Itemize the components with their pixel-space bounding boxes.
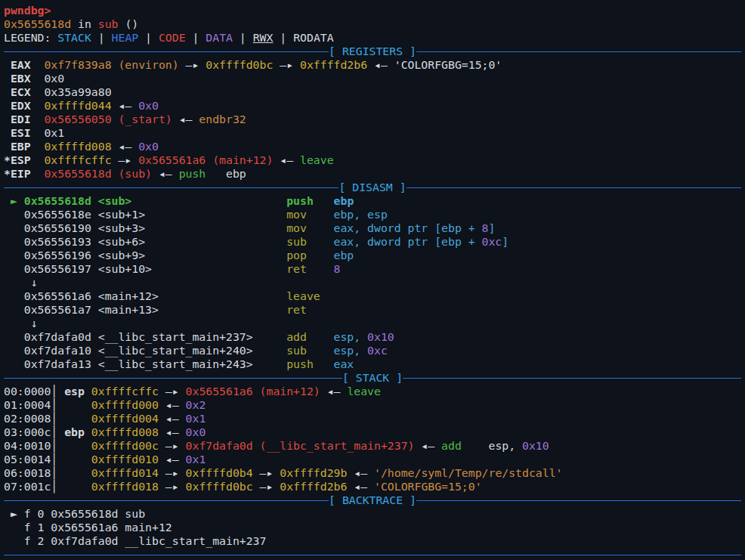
token: endbr32 [199, 113, 246, 125]
token: │ [51, 398, 57, 411]
token [85, 425, 91, 438]
token: 0x56556196 <sub+9> [24, 249, 145, 261]
token: push [286, 357, 314, 370]
register-edi: EDI 0x56556050 (_start) ◂— endbr32 [4, 113, 741, 126]
token: ↓ [31, 317, 38, 330]
token: ◂— [159, 453, 186, 466]
registers-section-header: [ REGISTERS ] [4, 45, 741, 58]
register-esp: *ESP 0xffffcffc —▸ 0x565561a6 (main+12) … [4, 153, 741, 167]
register-ecx: ECX 0x35a99a80 [4, 85, 741, 99]
token: ◂— [273, 153, 300, 166]
token: 0x0 [186, 425, 206, 438]
backtrace-section-header-title: [ BACKTRACE ] [329, 493, 416, 507]
token: 0xffffd0bc [186, 480, 253, 493]
disasm-row: 0xf7dafa0d <__libc_start_main+237> add e… [4, 330, 741, 344]
disasm-row: 0x56556197 <sub+10> ret 8 [4, 262, 741, 276]
token: EDI [4, 113, 44, 125]
token: RWX [253, 31, 274, 44]
legend-line: LEGEND: STACK | HEAP | CODE | DATA | RWX… [4, 31, 741, 45]
token: ◂— [414, 439, 441, 452]
token: 0xffffd2b6 [300, 58, 367, 71]
token: () [118, 17, 138, 30]
token: *EIP [4, 167, 44, 180]
token: EAX [4, 58, 44, 71]
token: 0x5655618d [4, 17, 71, 30]
token: 0xffffd044 [44, 99, 111, 112]
token [159, 303, 286, 316]
token: 0x565561a6 (main+12) [138, 153, 273, 166]
token: leave [300, 153, 334, 166]
pwndbg-terminal[interactable]: pwndbg> 0x5655618d in sub ()LEGEND: STAC… [0, 0, 745, 560]
token [4, 208, 24, 221]
token: DATA [206, 31, 233, 44]
token: ebp [64, 425, 85, 438]
token: mov [286, 221, 307, 234]
token: 0x1 [186, 453, 206, 466]
token: add [286, 330, 307, 343]
token: 0xffffd2b6 [280, 480, 347, 493]
stack-row: 01:0004│ 0xffffd000 ◂— 0x2 [4, 398, 741, 412]
token: 0x1 [44, 126, 64, 139]
disasm-row: 0x56556193 <sub+6> sub eax, dword ptr [e… [4, 235, 741, 249]
token [206, 167, 226, 180]
token: pwndbg> [4, 4, 57, 17]
token: —▸ [179, 58, 206, 71]
token: 0xffffd00c [91, 439, 159, 452]
token: │ [51, 466, 57, 479]
backtrace-frame: ► f 0 0x5655618d sub [4, 507, 741, 521]
token: 0x35a99a80 [44, 85, 111, 98]
token [307, 344, 334, 357]
token [253, 357, 287, 370]
token [4, 262, 24, 275]
token: 0x56556050 (_start) [44, 113, 172, 125]
token: ◂— [152, 167, 179, 180]
token: esp, [334, 344, 368, 357]
token: 0x5655618d (sub) [44, 167, 152, 180]
token: 00:0000 [4, 385, 51, 398]
register-esi: ESI 0x1 [4, 126, 741, 140]
disasm-row: 0x565561a6 <main+12> leave [4, 289, 741, 303]
token: | [273, 31, 293, 44]
token [307, 221, 334, 234]
register-ebx: EBX 0x0 [4, 72, 741, 85]
token: | [186, 31, 206, 44]
token: 0xffffd008 [44, 140, 111, 153]
token: 0xc [367, 344, 388, 357]
token: │ [51, 385, 64, 398]
token [159, 289, 286, 302]
token: │ [51, 412, 57, 425]
token: 0x565561a6 (main+12) [186, 385, 320, 398]
disasm-row: 0x565561a7 <main+13> ret [4, 303, 741, 317]
token: 0xf7dafa0d (__libc_start_main+237) [186, 439, 415, 452]
token: 0xffffd004 [91, 412, 159, 425]
token [4, 330, 24, 343]
token: 0xf7dafa13 <__libc_start_main+243> [24, 357, 253, 370]
stack-row: 07:001c│ 0xffffd018 —▸ 0xffffd0bc —▸ 0xf… [4, 480, 741, 493]
token [4, 221, 24, 234]
token: | [138, 31, 159, 44]
stack-row: 03:000c│ ebp 0xffffd008 ◂— 0x0 [4, 425, 741, 439]
stack-row: 06:0018│ 0xffffd014 —▸ 0xffffd0b4 —▸ 0xf… [4, 466, 741, 480]
token: ] [488, 221, 495, 234]
token: LEGEND: [4, 31, 57, 44]
token: mov [286, 208, 307, 221]
token: │ [51, 439, 57, 452]
token: f 0 0x5655618d sub [24, 507, 145, 520]
token: push [286, 194, 314, 207]
register-ebp: EBP 0xffffd008 ◂— 0x0 [4, 140, 741, 153]
stack-row: 04:0010│ 0xffffd00c —▸ 0xf7dafa0d (__lib… [4, 439, 741, 453]
token [152, 262, 286, 275]
token: 0x56556193 <sub+6> [24, 235, 145, 248]
token: ◂— [367, 58, 394, 71]
token: 0x56556197 <sub+10> [24, 262, 152, 275]
token: ] [502, 235, 509, 248]
token: eax, dword ptr [ebp + [334, 235, 482, 248]
token: 0xffffcffc [91, 385, 159, 398]
token: ◂— [347, 480, 374, 493]
token [4, 357, 24, 370]
token: 0x56556190 <sub+3> [24, 221, 145, 234]
token: EBX [4, 72, 44, 85]
token [307, 330, 334, 343]
token [314, 194, 334, 207]
token: sub [286, 235, 307, 248]
